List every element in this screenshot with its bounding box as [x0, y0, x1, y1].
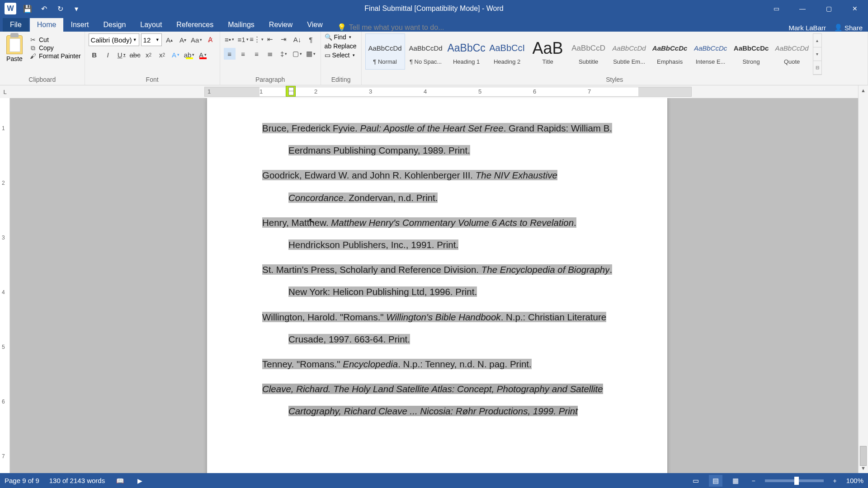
undo-icon[interactable]: ↶ [39, 4, 49, 14]
zoom-in-button[interactable]: + [830, 476, 840, 486]
replace-button[interactable]: abReplace [325, 42, 358, 50]
numbering-button[interactable]: ≡1▾ [237, 33, 249, 45]
tab-review[interactable]: Review [262, 18, 300, 32]
bullets-button[interactable]: ≡•▾ [224, 33, 236, 45]
bibliography-entry[interactable]: Tenney. "Romans." Encyclopedia. N.p.: Te… [262, 353, 613, 375]
style-heading-1[interactable]: AaBbCcHeading 1 [447, 33, 486, 70]
style-emphasis[interactable]: AaBbCcDcEmphasis [650, 33, 690, 70]
format-painter-button[interactable]: 🖌Format Painter [29, 52, 81, 60]
justify-button[interactable]: ≣ [264, 48, 276, 60]
find-button[interactable]: 🔍Find▾ [325, 33, 358, 41]
strikethrough-button[interactable]: abc [129, 49, 141, 61]
horizontal-ruler[interactable]: L 11234567 [0, 85, 868, 98]
cut-button[interactable]: ✂Cut [29, 36, 81, 43]
status-bar: Page 9 of 9 130 of 2143 words 📖 ▶ ▭ ▤ ▦ … [0, 473, 868, 488]
bold-button[interactable]: B [89, 49, 100, 61]
tab-view[interactable]: View [300, 18, 330, 32]
tab-home[interactable]: Home [30, 18, 64, 32]
line-spacing-button[interactable]: ‡▾ [278, 48, 290, 60]
maximize-button[interactable]: ▢ [816, 0, 842, 17]
show-hide-button[interactable]: ¶ [305, 33, 317, 45]
style-subtitle[interactable]: AaBbCcDSubtitle [569, 33, 609, 70]
bibliography-entry[interactable]: Willington, Harold. "Romans." Willington… [262, 306, 613, 350]
font-size-combo[interactable]: 12▼ [141, 33, 162, 46]
align-right-button[interactable]: ≡ [251, 48, 263, 60]
zoom-out-button[interactable]: − [749, 476, 759, 486]
close-button[interactable]: ✕ [842, 0, 868, 17]
grow-font-button[interactable]: A▴ [164, 34, 175, 46]
read-mode-button[interactable]: ▭ [689, 475, 703, 487]
style-subtle-em-[interactable]: AaBbCcDdSubtle Em... [609, 33, 649, 70]
web-layout-button[interactable]: ▦ [729, 475, 742, 487]
tab-references[interactable]: References [169, 18, 221, 32]
print-layout-button[interactable]: ▤ [709, 475, 722, 487]
borders-button[interactable]: ▦▾ [305, 48, 317, 60]
select-button[interactable]: ▭Select▾ [325, 52, 358, 59]
scroll-up-button[interactable]: ▲ [859, 85, 868, 95]
signed-in-user[interactable]: Mark LaBarr [788, 24, 826, 32]
increase-indent-button[interactable]: ⇥ [278, 33, 290, 45]
style-strong[interactable]: AaBbCcDcStrong [731, 33, 771, 70]
minimize-button[interactable]: — [789, 0, 816, 17]
style--normal[interactable]: AaBbCcDd¶ Normal [365, 33, 405, 70]
clear-formatting-button[interactable]: A̷ [204, 34, 216, 46]
change-case-button[interactable]: Aa▾ [191, 34, 203, 46]
save-icon[interactable]: 💾 [23, 4, 33, 14]
bibliography-entry[interactable]: Henry, Matthew. Matthew Henry's Commenta… [262, 211, 613, 256]
font-name-combo[interactable]: Calibri (Body)▼ [89, 33, 139, 46]
style-heading-2[interactable]: AaBbCcIHeading 2 [487, 33, 527, 70]
macro-icon[interactable]: ▶ [135, 476, 145, 486]
group-label-editing: Editing [325, 75, 358, 84]
tab-selector[interactable]: L [0, 85, 10, 98]
bibliography-entry[interactable]: Bruce, Frederick Fyvie. Paul: Apostle of… [262, 117, 613, 161]
indent-marker[interactable] [286, 86, 296, 97]
bibliography-entry[interactable]: Cleave, Richard. The Holy Land Satellite… [262, 378, 613, 422]
tab-layout[interactable]: Layout [133, 18, 169, 32]
bibliography-entry[interactable]: Goodrick, Edward W. and John R. Kohlenbe… [262, 164, 613, 208]
superscript-button[interactable]: x2 [156, 49, 168, 61]
text-effects-button[interactable]: A▾ [170, 49, 182, 61]
vertical-ruler[interactable]: 1234567 [0, 98, 10, 473]
word-count[interactable]: 130 of 2143 words [49, 477, 105, 484]
align-center-button[interactable]: ≡ [237, 48, 249, 60]
font-color-button[interactable]: A▾ [197, 49, 209, 61]
underline-button[interactable]: U▾ [116, 49, 127, 61]
highlight-button[interactable]: ab▾ [184, 49, 195, 61]
paste-button[interactable]: Paste [4, 33, 25, 62]
tab-mailings[interactable]: Mailings [221, 18, 262, 32]
zoom-slider[interactable] [765, 479, 824, 482]
align-left-button[interactable]: ≡ [224, 48, 236, 60]
page-indicator[interactable]: Page 9 of 9 [5, 477, 39, 484]
replace-icon: ab [325, 42, 332, 50]
document-area[interactable]: Bruce, Frederick Fyvie. Paul: Apostle of… [10, 98, 858, 473]
ribbon-display-icon[interactable]: ▭ [763, 0, 789, 17]
italic-button[interactable]: I [102, 49, 114, 61]
style-intense-e-[interactable]: AaBbCcDcIntense E... [691, 33, 731, 70]
vertical-scrollbar[interactable]: ▲ ▼ [858, 85, 868, 473]
copy-button[interactable]: ⧉Copy [29, 44, 81, 52]
style-title[interactable]: AaBTitle [528, 33, 568, 70]
bibliography-entry[interactable]: St. Martin's Press, Scholarly and Refere… [262, 258, 613, 303]
page[interactable]: Bruce, Frederick Fyvie. Paul: Apostle of… [207, 98, 667, 473]
shrink-font-button[interactable]: A▾ [177, 34, 189, 46]
style--no-spac-[interactable]: AaBbCcDd¶ No Spac... [406, 33, 446, 70]
group-label-font: Font [89, 75, 216, 84]
zoom-level[interactable]: 100% [846, 477, 863, 484]
search-icon: 🔍 [325, 33, 332, 41]
sort-button[interactable]: A↓ [292, 33, 303, 45]
scroll-down-button[interactable]: ▼ [859, 463, 868, 473]
tell-me-search[interactable]: 💡 Tell me what you want to do... [337, 23, 444, 32]
subscript-button[interactable]: x2 [143, 49, 155, 61]
redo-icon[interactable]: ↻ [55, 4, 65, 14]
spellcheck-icon[interactable]: 📖 [115, 476, 125, 486]
qat-customize-icon[interactable]: ▾ [71, 4, 81, 14]
tab-design[interactable]: Design [96, 18, 133, 32]
decrease-indent-button[interactable]: ⇤ [264, 33, 276, 45]
tab-insert[interactable]: Insert [63, 18, 96, 32]
styles-more-button[interactable]: ▴▾⊟ [813, 33, 822, 75]
style-quote[interactable]: AaBbCcDdQuote [772, 33, 812, 70]
multilevel-list-button[interactable]: ≡⋮▾ [251, 33, 263, 45]
tab-file[interactable]: File [3, 18, 29, 32]
share-button[interactable]: 👤 Share [834, 23, 863, 32]
shading-button[interactable]: ▢▾ [292, 48, 303, 60]
